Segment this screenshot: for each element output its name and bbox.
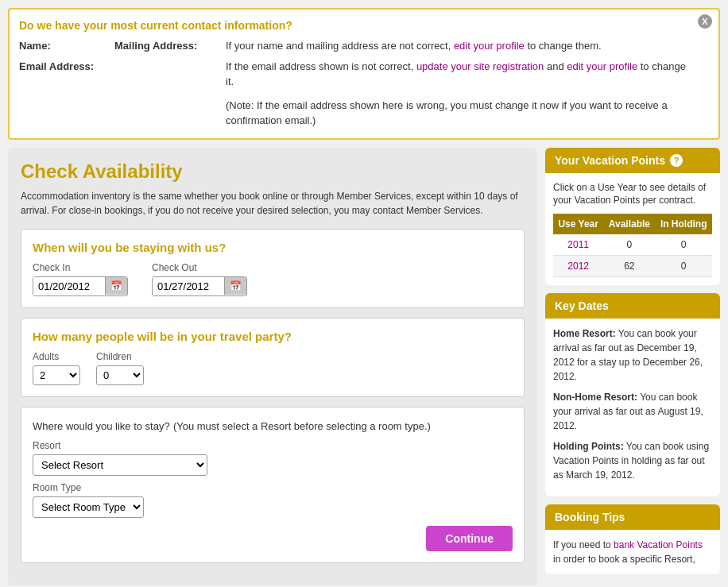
dates-title: When will you be staying with us? [33, 241, 513, 254]
checkout-field: Check Out 📅 [152, 262, 247, 296]
adults-select[interactable]: 1 2 3 4 [33, 365, 80, 385]
table-row: 2012 62 0 [553, 256, 712, 277]
booking-tips-header: Booking Tips [545, 504, 720, 530]
email-label: Email Address: [19, 59, 114, 90]
adults-field: Adults 1 2 3 4 [33, 351, 80, 385]
vp-description: Click on a Use Year to see details of yo… [553, 181, 712, 208]
page-title: Check Availability [21, 160, 525, 183]
home-resort-label: Home Resort: [553, 328, 616, 339]
table-row: 2011 0 0 [553, 234, 712, 256]
info-icon[interactable]: ? [670, 154, 683, 167]
vp-available-cell: 0 [603, 234, 655, 256]
booking-tips-card: Booking Tips If you need to bank Vacatio… [545, 504, 720, 574]
vp-col-year: Use Year [553, 214, 603, 234]
notice-note: (Note: If the email address shown here i… [226, 98, 695, 129]
page-description: Accommodation inventory is the same whet… [21, 189, 525, 218]
checkout-input[interactable] [153, 277, 224, 295]
vp-holding-cell: 0 [655, 234, 712, 256]
children-label: Children [96, 351, 144, 362]
vp-year-cell[interactable]: 2012 [553, 256, 603, 277]
notice-title: Do we have your most current contact inf… [19, 19, 695, 32]
key-dates-header: Key Dates [545, 293, 720, 319]
booking-tips-intro: If you need to [553, 539, 614, 550]
continue-button[interactable]: Continue [426, 526, 513, 551]
mailing-text: If your name and mailing address are not… [226, 38, 695, 54]
main-layout: Check Availability Accommodation invento… [8, 148, 720, 585]
vp-col-available: Available [603, 214, 655, 234]
dates-section: When will you be staying with us? Check … [21, 229, 525, 308]
vp-available-cell: 62 [603, 256, 655, 277]
edit-profile-link-2[interactable]: edit your profile [567, 60, 637, 72]
mailing-label: Mailing Address: [114, 38, 226, 54]
continue-row: Continue [33, 526, 513, 551]
vacation-points-header: Your Vacation Points ? [545, 148, 720, 173]
bank-vacation-points-link[interactable]: bank Vacation Points [614, 539, 703, 550]
vp-col-holding: In Holding [655, 214, 712, 234]
resort-label: Resort [33, 440, 513, 451]
room-type-label: Room Type [33, 482, 513, 493]
checkin-calendar-button[interactable]: 📅 [105, 277, 127, 295]
holding-label: Holding Points: [553, 441, 624, 452]
edit-profile-link-1[interactable]: edit your profile [454, 40, 525, 52]
resort-title: Where would you like to stay? (You must … [33, 419, 513, 432]
checkout-calendar-button[interactable]: 📅 [224, 277, 246, 295]
checkin-input-wrap: 📅 [33, 276, 128, 296]
vacation-points-table: Use Year Available In Holding 2011 0 0 2… [553, 214, 712, 277]
home-resort-text: Home Resort: You can book your arrival a… [553, 326, 712, 384]
party-row: Adults 1 2 3 4 Children 0 1 2 3 [33, 351, 513, 385]
update-registration-link[interactable]: update your site registration [416, 60, 544, 72]
close-button[interactable]: X [698, 14, 712, 29]
checkin-field: Check In 📅 [33, 262, 128, 296]
vacation-points-body: Click on a Use Year to see details of yo… [545, 173, 720, 286]
vacation-points-card: Your Vacation Points ? Click on a Use Ye… [545, 148, 720, 286]
resort-select[interactable]: Select Resort [33, 454, 207, 476]
resort-section: Where would you like to stay? (You must … [21, 407, 525, 563]
vp-holding-cell: 0 [655, 256, 712, 277]
checkout-label: Check Out [152, 262, 247, 273]
party-title: How many people will be in your travel p… [33, 330, 513, 343]
name-label: Name: [19, 38, 114, 54]
left-panel: Check Availability Accommodation invento… [8, 148, 537, 585]
children-select[interactable]: 0 1 2 3 [96, 365, 144, 385]
right-panel: Your Vacation Points ? Click on a Use Ye… [545, 148, 720, 585]
vp-year-cell[interactable]: 2011 [553, 234, 603, 256]
children-field: Children 0 1 2 3 [96, 351, 144, 385]
notice-box: X Do we have your most current contact i… [8, 8, 720, 140]
checkin-label: Check In [33, 262, 128, 273]
party-section: How many people will be in your travel p… [21, 318, 525, 397]
date-row: Check In 📅 Check Out 📅 [33, 262, 513, 296]
non-home-label: Non-Home Resort: [553, 392, 637, 403]
adults-label: Adults [33, 351, 80, 362]
email-text: If the email address shown is not correc… [226, 59, 695, 90]
key-dates-body: Home Resort: You can book your arrival a… [545, 319, 720, 496]
key-dates-card: Key Dates Home Resort: You can book your… [545, 293, 720, 496]
vacation-points-title: Your Vacation Points [555, 154, 665, 167]
non-home-text: Non-Home Resort: You can book your arriv… [553, 390, 712, 433]
room-type-select[interactable]: Select Room Type [33, 496, 144, 518]
booking-tips-suffix: in order to book a specific Resort, [553, 554, 695, 565]
holding-text: Holding Points: You can book using Vacat… [553, 439, 712, 482]
checkout-input-wrap: 📅 [152, 276, 247, 296]
checkin-input[interactable] [33, 277, 105, 295]
booking-tips-body: If you need to bank Vacation Points in o… [545, 530, 720, 574]
